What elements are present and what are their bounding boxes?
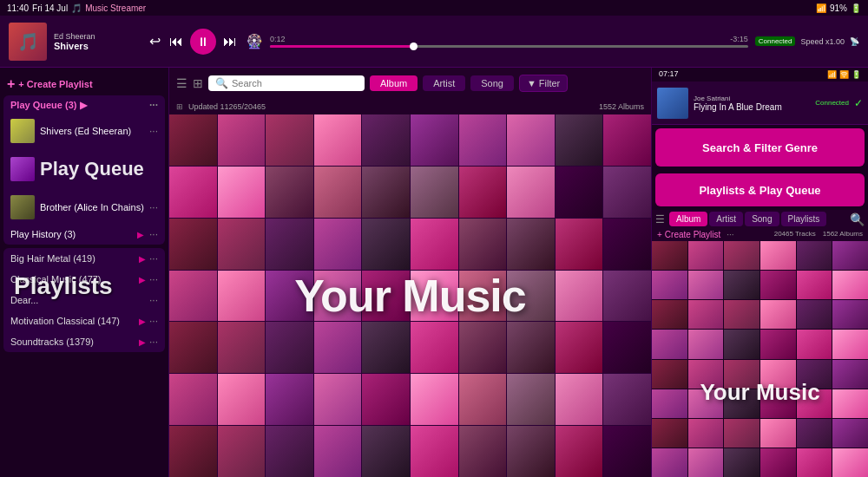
ipad-album-cell[interactable] bbox=[797, 271, 832, 299]
album-cell[interactable] bbox=[459, 374, 507, 425]
ipad-more-icon[interactable]: ··· bbox=[727, 230, 733, 239]
album-cell[interactable] bbox=[556, 219, 603, 270]
album-cell[interactable] bbox=[362, 167, 410, 218]
album-cell[interactable] bbox=[603, 271, 651, 322]
queue-title-row[interactable]: Play Queue (3) ▶ ··· bbox=[3, 95, 165, 114]
album-cell[interactable] bbox=[362, 374, 410, 425]
album-cell[interactable] bbox=[556, 114, 603, 166]
history-play-icon[interactable]: ▶ bbox=[137, 230, 144, 239]
history-more-icon[interactable]: ··· bbox=[149, 228, 158, 240]
play-pause-button[interactable]: ⏸ bbox=[190, 29, 216, 55]
queue-more-icon[interactable]: ··· bbox=[149, 99, 158, 111]
create-playlist-button[interactable]: + + Create Playlist bbox=[0, 73, 168, 95]
album-cell[interactable] bbox=[266, 374, 313, 425]
album-cell[interactable] bbox=[362, 219, 410, 270]
album-cell[interactable] bbox=[266, 219, 313, 270]
album-cell[interactable] bbox=[411, 271, 458, 322]
ipad-album-cell[interactable] bbox=[760, 241, 796, 270]
ipad-album-cell[interactable] bbox=[724, 448, 760, 477]
album-cell[interactable] bbox=[266, 322, 313, 373]
ipad-album-cell[interactable] bbox=[832, 419, 868, 448]
ipad-album-cell[interactable] bbox=[652, 389, 687, 418]
ipad-search-button[interactable]: 🔍 bbox=[850, 212, 865, 226]
album-cell[interactable] bbox=[507, 322, 555, 373]
album-cell[interactable] bbox=[411, 219, 458, 270]
album-cell[interactable] bbox=[603, 114, 651, 166]
ipad-album-cell[interactable] bbox=[724, 241, 760, 270]
ipad-album-cell[interactable] bbox=[724, 300, 760, 329]
album-cell[interactable] bbox=[169, 426, 217, 477]
album-cell[interactable] bbox=[169, 322, 217, 373]
ipad-album-cell[interactable] bbox=[724, 271, 760, 299]
album-cell[interactable] bbox=[556, 322, 603, 373]
ipad-album-cell[interactable] bbox=[688, 330, 724, 358]
ipad-album-cell[interactable] bbox=[760, 389, 796, 418]
album-cell[interactable] bbox=[556, 374, 603, 425]
ipad-album-cell[interactable] bbox=[688, 360, 724, 389]
playlist-play-icon[interactable]: ▶ bbox=[139, 275, 146, 284]
ipad-album-cell[interactable] bbox=[760, 448, 796, 477]
album-cell[interactable] bbox=[603, 374, 651, 425]
ipad-album-cell[interactable] bbox=[797, 419, 832, 448]
ipad-tab-album[interactable]: Album bbox=[669, 212, 707, 226]
queue-item-more[interactable]: ··· bbox=[149, 125, 158, 137]
search-input[interactable] bbox=[232, 78, 358, 88]
ipad-album-cell[interactable] bbox=[832, 300, 868, 329]
wheel-button[interactable]: 🎡 bbox=[244, 31, 265, 51]
album-cell[interactable] bbox=[218, 322, 266, 373]
album-cell[interactable] bbox=[459, 322, 507, 373]
ipad-album-cell[interactable] bbox=[652, 271, 687, 299]
album-cell[interactable] bbox=[218, 219, 266, 270]
ipad-create-playlist-btn[interactable]: + Create Playlist ··· bbox=[657, 230, 734, 239]
playlist-item[interactable]: Motivation Classical (147) ▶ ··· bbox=[3, 310, 165, 331]
ipad-album-cell[interactable] bbox=[652, 330, 687, 358]
ipad-album-cell[interactable] bbox=[652, 300, 687, 329]
playlist-more-icon[interactable]: ··· bbox=[149, 336, 158, 348]
progress-bar[interactable] bbox=[270, 45, 748, 48]
playlist-item[interactable]: Classical Music (477) ▶ ··· bbox=[3, 269, 165, 290]
album-cell[interactable] bbox=[362, 114, 410, 166]
ipad-album-cell[interactable] bbox=[688, 389, 724, 418]
playlist-more-icon[interactable]: ··· bbox=[149, 252, 158, 265]
playlist-play-icon[interactable]: ▶ bbox=[139, 254, 146, 264]
album-cell[interactable] bbox=[169, 219, 217, 270]
album-cell[interactable] bbox=[314, 167, 362, 218]
ipad-tab-song[interactable]: Song bbox=[745, 212, 779, 226]
list-view-icon[interactable]: ☰ bbox=[176, 76, 187, 90]
album-cell[interactable] bbox=[507, 219, 555, 270]
next-button[interactable]: ⏭ bbox=[221, 32, 239, 51]
album-cell[interactable] bbox=[411, 322, 458, 373]
ipad-album-cell[interactable] bbox=[832, 330, 868, 358]
album-cell[interactable] bbox=[411, 167, 458, 218]
queue-item-shivers[interactable]: Shivers (Ed Sheeran) ··· bbox=[3, 114, 165, 147]
album-cell[interactable] bbox=[556, 271, 603, 322]
album-cell[interactable] bbox=[411, 114, 458, 166]
filter-button[interactable]: ▼ Filter bbox=[519, 75, 568, 92]
album-cell[interactable] bbox=[411, 426, 458, 477]
ipad-album-cell[interactable] bbox=[688, 271, 724, 299]
ipad-album-cell[interactable] bbox=[652, 419, 687, 448]
album-cell[interactable] bbox=[603, 322, 651, 373]
album-cell[interactable] bbox=[507, 167, 555, 218]
playlist-more-icon[interactable]: ··· bbox=[149, 294, 158, 306]
album-cell[interactable] bbox=[169, 374, 217, 425]
playlist-play-icon[interactable]: ▶ bbox=[139, 317, 146, 326]
ipad-album-cell[interactable] bbox=[832, 241, 868, 270]
album-cell[interactable] bbox=[603, 219, 651, 270]
progress-handle[interactable] bbox=[410, 42, 418, 50]
album-cell[interactable] bbox=[459, 167, 507, 218]
ipad-album-cell[interactable] bbox=[724, 360, 760, 389]
ipad-hamburger-icon[interactable]: ☰ bbox=[655, 213, 665, 225]
ipad-album-cell[interactable] bbox=[832, 389, 868, 418]
album-cell[interactable] bbox=[266, 114, 313, 166]
ipad-playlists-queue-banner[interactable]: Playlists & Play Queue bbox=[655, 173, 865, 206]
ipad-album-cell[interactable] bbox=[760, 419, 796, 448]
album-cell[interactable] bbox=[459, 426, 507, 477]
tab-song[interactable]: Song bbox=[470, 75, 514, 91]
ipad-album-cell[interactable] bbox=[797, 241, 832, 270]
ipad-album-cell[interactable] bbox=[652, 448, 687, 477]
album-cell[interactable] bbox=[459, 219, 507, 270]
playlist-play-icon[interactable]: ▶ bbox=[139, 337, 146, 347]
ipad-album-cell[interactable] bbox=[797, 448, 832, 477]
ipad-album-cell[interactable] bbox=[797, 360, 832, 389]
